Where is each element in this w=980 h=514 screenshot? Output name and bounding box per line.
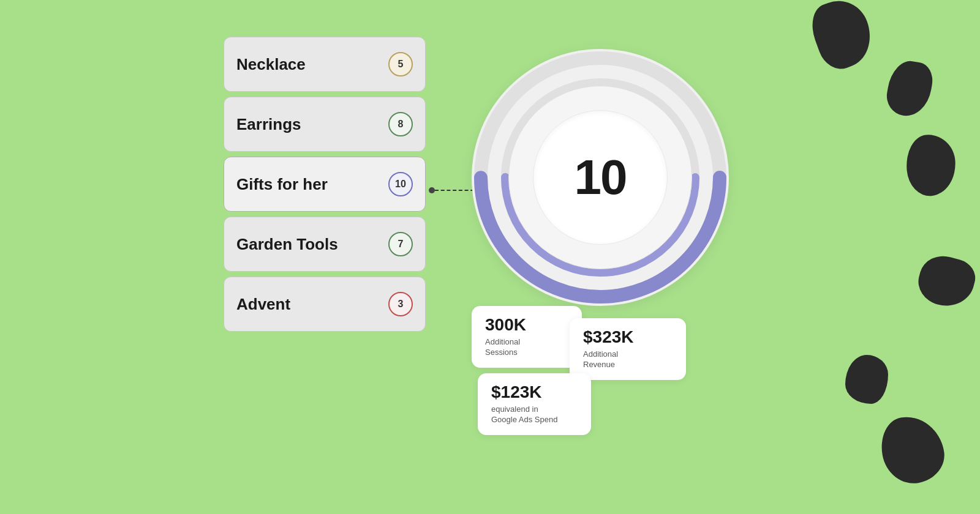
stat-value-google-ads: $123K	[491, 383, 578, 402]
category-item-advent[interactable]: Advent 3	[224, 277, 426, 332]
decorative-blob-4	[913, 251, 979, 313]
category-item-earrings[interactable]: Earrings 8	[224, 97, 426, 152]
decorative-blob-1	[805, 0, 880, 75]
stat-label-google-ads: equivalend inGoogle Ads Spend	[491, 404, 578, 425]
category-list: Necklace 5 Earrings 8 Gifts for her 10 G…	[224, 37, 426, 332]
gauge-middle-ring: 10	[508, 86, 692, 269]
category-item-necklace[interactable]: Necklace 5	[224, 37, 426, 92]
gauge-outer-ring: 10	[472, 49, 729, 306]
stat-label-revenue: AdditionalRevenue	[583, 349, 673, 370]
stat-value-revenue: $323K	[583, 328, 673, 347]
category-item-garden-tools[interactable]: Garden Tools 7	[224, 217, 426, 272]
stat-label-sessions: AdditionalSessions	[485, 337, 568, 358]
category-badge-earrings: 8	[388, 112, 413, 136]
category-name-earrings: Earrings	[236, 115, 301, 134]
category-badge-gifts-for-her: 10	[388, 172, 413, 196]
category-name-advent: Advent	[236, 295, 290, 314]
connector-dot	[429, 187, 435, 193]
category-name-necklace: Necklace	[236, 55, 306, 74]
category-name-garden-tools: Garden Tools	[236, 235, 338, 254]
decorative-blob-3	[904, 133, 958, 198]
category-badge-advent: 3	[388, 292, 413, 316]
decorative-blob-6	[845, 355, 888, 404]
decorative-blob-5	[876, 411, 949, 488]
gauge-inner-circle: 10	[533, 110, 668, 245]
category-name-gifts-for-her: Gifts for her	[236, 175, 328, 194]
stat-card-revenue: $323K AdditionalRevenue	[570, 318, 686, 380]
gauge-container: 10	[466, 24, 735, 330]
stat-card-sessions: 300K AdditionalSessions	[472, 306, 582, 368]
category-item-gifts-for-her[interactable]: Gifts for her 10	[224, 157, 426, 212]
gauge-value: 10	[575, 149, 627, 206]
category-badge-garden-tools: 7	[388, 232, 413, 256]
stat-value-sessions: 300K	[485, 316, 568, 335]
stat-card-google-ads: $123K equivalend inGoogle Ads Spend	[478, 373, 591, 435]
decorative-blob-2	[884, 58, 936, 120]
category-badge-necklace: 5	[388, 52, 413, 76]
